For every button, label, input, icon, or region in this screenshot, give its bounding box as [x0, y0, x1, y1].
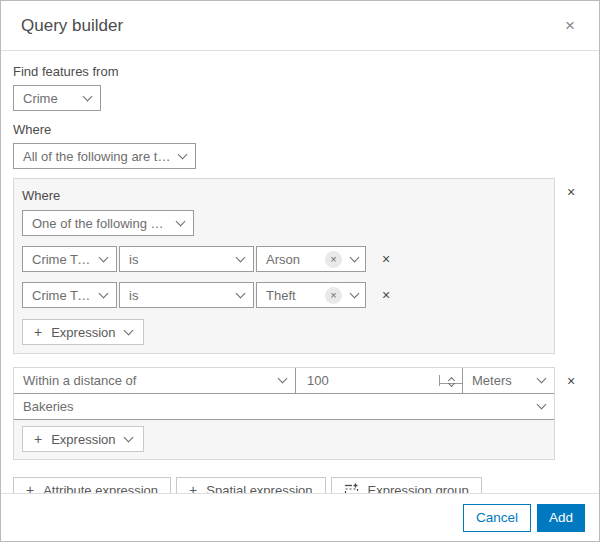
- chevron-down-icon: [537, 400, 547, 410]
- group-remove-icon[interactable]: ×: [564, 184, 578, 200]
- layer-select-value: Crime: [23, 91, 76, 106]
- chevron-down-icon: [278, 374, 288, 384]
- group-where-label: Where: [22, 188, 546, 203]
- stepper-down-button[interactable]: [440, 384, 462, 386]
- expression-group-2-wrap: Within a distance of Meters: [13, 367, 587, 460]
- layer-select[interactable]: Crime: [13, 85, 101, 111]
- plus-icon: +: [34, 325, 42, 339]
- query-builder-dialog: Query builder × Find features from Crime…: [0, 0, 600, 542]
- plus-icon: +: [34, 432, 42, 446]
- field-select-value: Crime Type: [32, 252, 92, 267]
- chevron-down-icon: [236, 252, 246, 262]
- value-combobox-value: Theft: [266, 288, 319, 303]
- add-button[interactable]: Add: [537, 504, 585, 532]
- chevron-down-icon: [350, 252, 360, 262]
- add-expression-label: Expression: [51, 325, 115, 340]
- operator-select[interactable]: is: [119, 282, 254, 308]
- expression-group-1-wrap: Where One of the following are tr... Cri…: [13, 178, 587, 354]
- clear-value-icon[interactable]: ×: [325, 287, 342, 304]
- spatial-operator-value: Within a distance of: [23, 373, 271, 388]
- clear-value-icon[interactable]: ×: [325, 251, 342, 268]
- chevron-down-icon: [537, 374, 547, 384]
- chevron-down-icon: [447, 380, 454, 387]
- find-features-label: Find features from: [13, 64, 587, 79]
- chevron-down-icon: [123, 325, 133, 335]
- group-remove-gutter: ×: [555, 367, 587, 389]
- dialog-body: Find features from Crime Where All of th…: [1, 64, 599, 503]
- spatial-expression-row: Within a distance of Meters: [14, 368, 554, 394]
- cancel-button[interactable]: Cancel: [463, 504, 531, 532]
- target-layer-select[interactable]: Bakeries: [14, 394, 554, 420]
- chevron-down-icon: [176, 216, 186, 226]
- close-icon[interactable]: ×: [561, 15, 579, 36]
- expression-group-2: Within a distance of Meters: [13, 367, 555, 460]
- operator-select[interactable]: is: [119, 246, 254, 272]
- row-remove-icon[interactable]: ×: [379, 287, 393, 303]
- row-remove-icon[interactable]: ×: [379, 251, 393, 267]
- add-expression-label: Expression: [51, 432, 115, 447]
- combinator-select[interactable]: All of the following are true: [13, 143, 196, 169]
- value-combobox-value: Arson: [266, 252, 319, 267]
- field-select-value: Crime Type: [32, 288, 92, 303]
- group-combinator-select[interactable]: One of the following are tr...: [22, 210, 194, 236]
- distance-input[interactable]: [296, 373, 439, 388]
- value-combobox[interactable]: Arson ×: [256, 246, 366, 272]
- chevron-down-icon: [99, 252, 109, 262]
- chevron-down-icon: [99, 288, 109, 298]
- add-expression-button[interactable]: + Expression: [22, 426, 144, 452]
- unit-select-value: Meters: [472, 373, 530, 388]
- operator-select-value: is: [129, 252, 229, 267]
- expression-row: Crime Type is Theft × ×: [22, 282, 546, 308]
- operator-select-value: is: [129, 288, 229, 303]
- group-combinator-value: One of the following are tr...: [32, 216, 169, 231]
- chevron-down-icon: [123, 432, 133, 442]
- target-layer-value: Bakeries: [23, 399, 530, 414]
- field-select[interactable]: Crime Type: [22, 282, 117, 308]
- dialog-title: Query builder: [21, 16, 123, 36]
- add-expression-button[interactable]: + Expression: [22, 319, 144, 345]
- distance-stepper: [439, 375, 462, 386]
- chevron-down-icon: [83, 91, 93, 101]
- dialog-footer: Cancel Add: [1, 493, 599, 541]
- where-label: Where: [13, 122, 587, 137]
- field-select[interactable]: Crime Type: [22, 246, 117, 272]
- distance-field: [295, 368, 462, 393]
- chevron-down-icon: [350, 288, 360, 298]
- value-combobox[interactable]: Theft ×: [256, 282, 366, 308]
- spatial-operator-select[interactable]: Within a distance of: [14, 368, 295, 393]
- group-remove-gutter: ×: [555, 178, 587, 200]
- combinator-select-value: All of the following are true: [23, 149, 171, 164]
- unit-select[interactable]: Meters: [462, 368, 554, 393]
- dialog-header: Query builder ×: [1, 1, 599, 51]
- chevron-down-icon: [236, 288, 246, 298]
- group-remove-icon[interactable]: ×: [564, 373, 578, 389]
- expression-row: Crime Type is Arson × ×: [22, 246, 546, 272]
- chevron-down-icon: [178, 149, 188, 159]
- expression-group-1: Where One of the following are tr... Cri…: [13, 178, 555, 354]
